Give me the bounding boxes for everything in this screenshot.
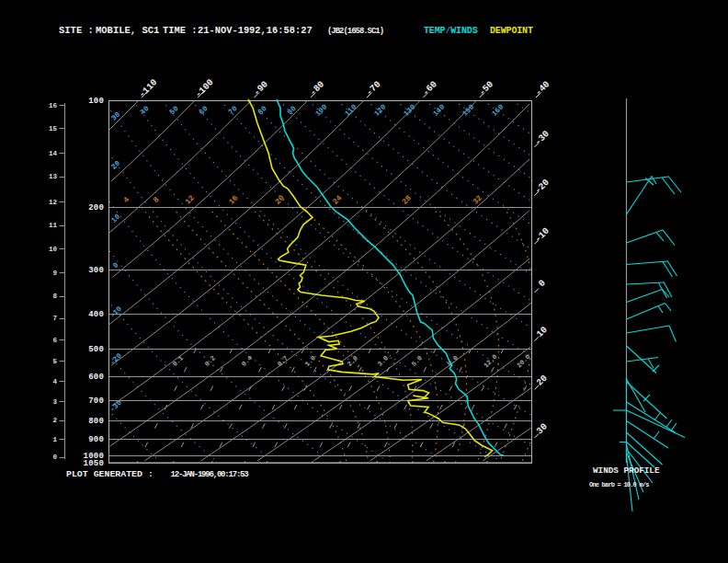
svg-text:5: 5 [52,358,57,365]
svg-text:(JB2(1658.SC1): (JB2(1658.SC1) [327,27,383,36]
svg-text:900: 900 [88,435,104,444]
svg-text:10: 10 [49,246,58,253]
svg-text:12: 12 [49,199,58,206]
svg-text:MOBILE, SC1: MOBILE, SC1 [96,25,159,36]
svg-text:800: 800 [88,417,104,426]
svg-text:6: 6 [52,337,57,344]
svg-text:100: 100 [88,97,104,106]
svg-text:1050: 1050 [84,459,104,468]
svg-text:300: 300 [88,266,104,275]
svg-text:15: 15 [49,125,58,132]
svg-text:13: 13 [49,173,58,180]
svg-text:400: 400 [88,310,104,319]
svg-text:One barb = 10.0 m/s: One barb = 10.0 m/s [589,481,649,488]
svg-text:TEMP⁄WINDS: TEMP⁄WINDS [424,26,478,36]
svg-text:9: 9 [52,270,57,277]
svg-text:700: 700 [88,396,104,406]
svg-text:8: 8 [52,293,57,300]
svg-text:7: 7 [52,315,57,322]
svg-text:TIME :: TIME : [163,25,197,36]
svg-text:4: 4 [52,378,57,385]
svg-text:SITE :: SITE : [59,25,94,36]
svg-text:2: 2 [52,417,57,424]
svg-text:0: 0 [52,454,57,461]
svg-text:11: 11 [49,222,58,229]
svg-text:WINDS PROFILE: WINDS PROFILE [593,465,660,476]
svg-text:PLOT GENERATED :: PLOT GENERATED : [66,469,154,479]
svg-text:3: 3 [52,398,57,406]
svg-text:12-JAN-1996,00:17:53: 12-JAN-1996,00:17:53 [171,470,249,479]
svg-text:16: 16 [49,102,58,109]
svg-text:DEWPOINT: DEWPOINT [490,26,533,36]
svg-text:21-NOV-1992,16:58:27: 21-NOV-1992,16:58:27 [198,25,313,36]
svg-text:200: 200 [88,203,104,213]
svg-text:14: 14 [49,150,58,157]
svg-text:600: 600 [88,373,104,382]
svg-text:1: 1 [52,436,57,443]
svg-text:500: 500 [88,345,104,354]
